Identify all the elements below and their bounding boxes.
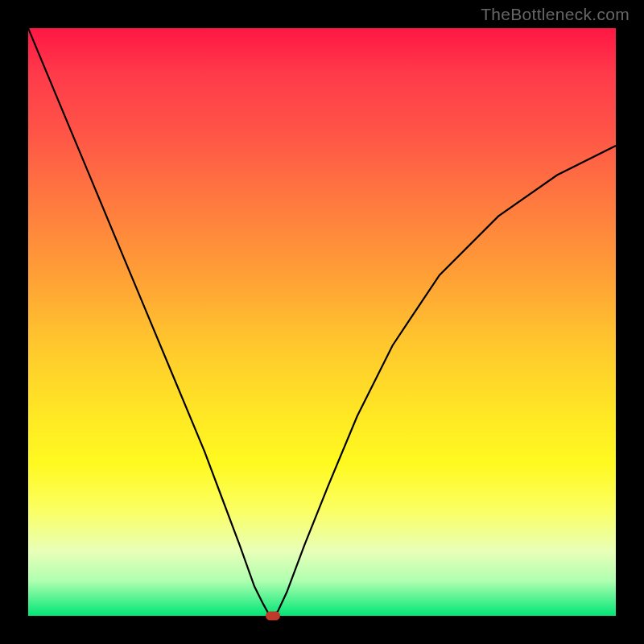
minimum-marker (266, 612, 280, 621)
watermark-text: TheBottleneck.com (481, 5, 630, 24)
chart-plot-area (28, 28, 616, 616)
bottleneck-curve (28, 28, 616, 616)
